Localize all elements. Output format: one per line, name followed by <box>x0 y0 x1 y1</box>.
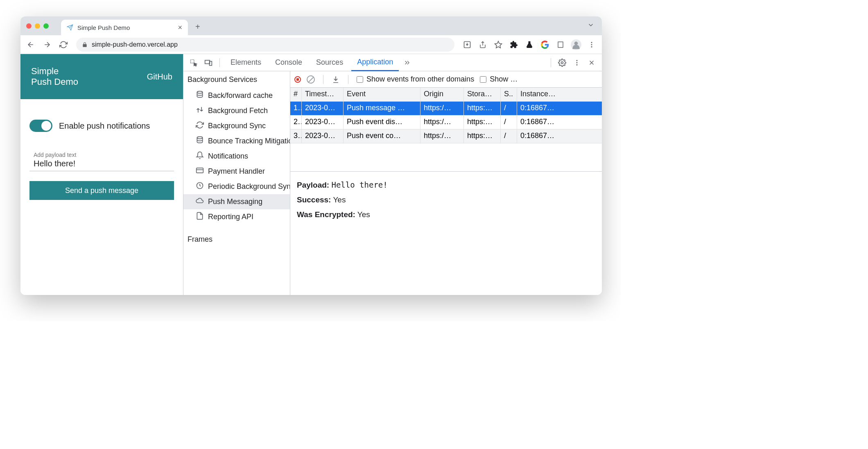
browser-tab[interactable]: Simple Push Demo × <box>61 20 188 35</box>
menu-icon[interactable] <box>585 38 599 52</box>
svg-point-6 <box>591 46 592 47</box>
tab-elements[interactable]: Elements <box>225 54 267 71</box>
db-icon <box>196 91 204 101</box>
devtools-panel: Elements Console Sources Application Bac… <box>183 54 602 295</box>
minimize-window-button[interactable] <box>35 23 40 29</box>
sidebar-item-bounce-tracking-mitigations[interactable]: Bounce Tracking Mitigations <box>183 134 290 149</box>
extensions-icon[interactable] <box>507 38 521 52</box>
url-text: simple-push-demo.vercel.app <box>92 41 178 48</box>
github-link[interactable]: GitHub <box>147 72 172 82</box>
tab-console[interactable]: Console <box>269 54 308 71</box>
device-toolbar-icon[interactable] <box>202 57 215 69</box>
address-bar[interactable]: simple-push-demo.vercel.app <box>76 38 454 52</box>
window-controls <box>26 23 49 29</box>
install-icon[interactable] <box>460 38 474 52</box>
cloud-icon <box>196 197 204 207</box>
record-icon[interactable] <box>294 76 301 83</box>
svg-point-4 <box>591 42 592 43</box>
profile-icon[interactable] <box>569 38 583 52</box>
back-button[interactable] <box>24 38 38 52</box>
maximize-window-button[interactable] <box>43 23 49 29</box>
settings-icon[interactable] <box>556 57 568 69</box>
reload-button[interactable] <box>57 38 70 52</box>
more-tabs-icon[interactable] <box>401 57 414 69</box>
svg-rect-16 <box>197 168 203 173</box>
sidebar-item-push-messaging[interactable]: Push Messaging <box>183 194 290 209</box>
svg-rect-8 <box>205 60 210 63</box>
card-icon <box>196 166 204 177</box>
clock-icon <box>196 181 204 192</box>
new-tab-button[interactable]: + <box>190 20 205 34</box>
show-checkbox-2[interactable]: Show … <box>480 75 518 84</box>
svg-point-11 <box>576 60 578 61</box>
sidebar-item-reporting-api[interactable]: Reporting API <box>183 209 290 224</box>
svg-point-12 <box>576 62 578 63</box>
paper-plane-icon <box>67 24 73 31</box>
table-header: # Timest… Event Origin Stora… S.. Instan… <box>290 88 602 102</box>
browser-toolbar: simple-push-demo.vercel.app <box>20 35 602 54</box>
sidebar-group-bg-services: Background Services <box>183 71 290 88</box>
devtools-tabbar: Elements Console Sources Application <box>183 54 602 71</box>
events-toolbar: Show events from other domains Show … <box>290 71 602 88</box>
svg-point-5 <box>591 44 592 45</box>
kebab-menu-icon[interactable] <box>571 57 583 69</box>
devtools-sidebar: Background Services Back/forward cacheBa… <box>183 71 290 295</box>
svg-point-14 <box>197 91 202 93</box>
toggle-label: Enable push notifications <box>59 121 150 131</box>
svg-point-10 <box>561 61 563 63</box>
tab-title: Simple Push Demo <box>77 24 130 31</box>
sidebar-item-notifications[interactable]: Notifications <box>183 149 290 164</box>
lock-icon <box>82 42 88 48</box>
tab-sources[interactable]: Sources <box>310 54 349 71</box>
tabs-dropdown-icon[interactable] <box>587 21 594 29</box>
labs-icon[interactable] <box>522 38 536 52</box>
tab-application[interactable]: Application <box>351 54 399 71</box>
page-content: Simple Push Demo GitHub Enable push noti… <box>20 54 183 295</box>
enable-push-toggle[interactable] <box>29 120 52 132</box>
reading-list-icon[interactable] <box>554 38 567 52</box>
forward-button[interactable] <box>40 38 54 52</box>
sidebar-item-periodic-background-sync[interactable]: Periodic Background Sync <box>183 179 290 194</box>
svg-point-13 <box>576 64 578 65</box>
inspect-icon[interactable] <box>188 57 200 69</box>
browser-tabstrip: Simple Push Demo × + <box>20 16 602 35</box>
sidebar-item-payment-handler[interactable]: Payment Handler <box>183 164 290 179</box>
google-icon[interactable] <box>538 38 552 52</box>
svg-point-3 <box>574 41 578 45</box>
event-detail: Payload: Hello there! Success: Yes Was E… <box>290 171 602 228</box>
file-icon <box>196 212 204 222</box>
share-icon[interactable] <box>476 38 490 52</box>
clear-icon[interactable] <box>307 75 315 84</box>
payload-label: Add payload text <box>34 152 170 158</box>
show-other-domains-checkbox[interactable]: Show events from other domains <box>357 75 474 84</box>
bookmark-icon[interactable] <box>491 38 505 52</box>
sidebar-item-back-forward-cache[interactable]: Back/forward cache <box>183 88 290 103</box>
svg-point-15 <box>197 137 202 139</box>
table-row[interactable]: 2.2023-0…Push event dis…https:/…https:…/… <box>290 116 602 129</box>
sidebar-group-frames: Frames <box>183 231 290 248</box>
page-title: Simple Push Demo <box>31 66 78 88</box>
table-row[interactable]: 3.2023-0…Push event co…https:/…https:…/0… <box>290 129 602 143</box>
events-table: # Timest… Event Origin Stora… S.. Instan… <box>290 88 602 171</box>
sidebar-item-background-sync[interactable]: Background Sync <box>183 118 290 134</box>
bell-icon <box>196 151 204 161</box>
svg-rect-7 <box>191 59 194 63</box>
updown-icon <box>196 106 204 116</box>
payload-input[interactable] <box>34 158 170 168</box>
svg-rect-1 <box>558 42 563 48</box>
sync-icon <box>196 121 204 131</box>
payload-field[interactable]: Add payload text <box>29 148 174 171</box>
page-header: Simple Push Demo GitHub <box>20 54 183 99</box>
close-tab-icon[interactable]: × <box>178 23 182 32</box>
close-window-button[interactable] <box>26 23 32 29</box>
table-row[interactable]: 1.2023-0…Push message …https:/…https:…/0… <box>290 102 602 116</box>
sidebar-item-background-fetch[interactable]: Background Fetch <box>183 103 290 118</box>
db-icon <box>196 136 204 146</box>
close-devtools-icon[interactable] <box>585 57 598 69</box>
send-push-button[interactable]: Send a push message <box>29 181 174 200</box>
download-icon[interactable] <box>332 75 340 84</box>
